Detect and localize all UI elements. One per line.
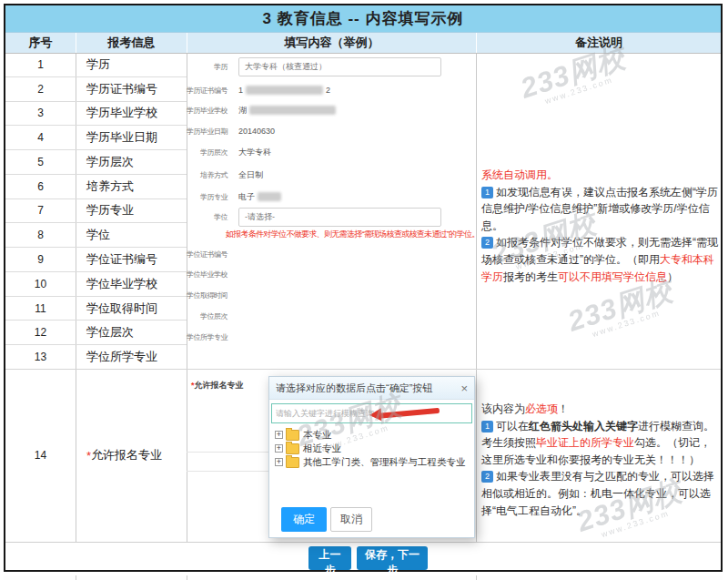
- education-info-page: 3 教育信息 -- 内容填写示例 序号 报考信息 填写内容（举例） 备注说明 1…: [0, 0, 728, 580]
- remark-intro: 系统自动调用。: [481, 167, 720, 184]
- form-field: 培养方式全日制: [187, 165, 476, 185]
- row-number: 2: [5, 77, 76, 101]
- row-label: 学历专业: [76, 199, 187, 223]
- footer-actions: 上一步 保存，下一步: [5, 543, 721, 570]
- row-label-text: 学位层次: [86, 324, 134, 341]
- table-row: 5学历层次: [5, 150, 187, 175]
- field-value: 湖: [238, 105, 339, 117]
- row-label-text: 学位毕业学校: [86, 276, 157, 292]
- row-number: 4: [5, 126, 76, 149]
- tree-item-label: 本专业: [303, 429, 332, 442]
- row-label: 学历证书编号: [76, 77, 187, 101]
- remark-text: 报考的考生: [503, 270, 558, 283]
- row-label-text: 学历毕业日期: [86, 129, 157, 146]
- table-row: 9学位证书编号: [5, 248, 187, 272]
- table-row: 12学位层次: [5, 321, 187, 345]
- row-number: 5: [5, 150, 76, 174]
- tree-item[interactable]: +相近专业: [275, 442, 466, 455]
- folder-icon: [286, 457, 299, 468]
- remark-text: ）: [667, 270, 678, 283]
- value-prefix: 1: [238, 86, 243, 95]
- remark-text: 可以在: [496, 420, 529, 432]
- previous-step-button[interactable]: 上一步: [308, 546, 351, 570]
- row-number: 3: [5, 102, 76, 126]
- remark-text: 毕业证上的所学专业: [536, 436, 634, 449]
- row-label-text: 学位所学专业: [86, 349, 157, 365]
- row-label-text: 学位证书编号: [86, 251, 157, 268]
- form-field: 学历毕业日期20140630: [187, 121, 476, 141]
- form-field: 学位取得时间: [187, 285, 476, 305]
- table-row-14: 14 *允许报名专业: [5, 369, 187, 542]
- table-row: 4学历毕业日期: [5, 126, 187, 150]
- save-next-button[interactable]: 保存，下一步: [357, 546, 428, 570]
- form-field: 学位毕业学校: [187, 264, 476, 284]
- remark-item: 2如果专业表里没有与之匹配的专业，可以选择相似或相近的。例如：机电一体化专业，可…: [481, 468, 720, 519]
- row-number: 11: [5, 297, 76, 321]
- field-label: 学位毕业学校: [187, 270, 228, 280]
- confirm-button[interactable]: 确定: [281, 507, 327, 532]
- cancel-button[interactable]: 取消: [330, 507, 372, 532]
- number-badge: 1: [481, 421, 493, 432]
- row-label: 培养方式: [76, 175, 187, 198]
- remark-rows-1-13: 系统自动调用。1如发现信息有误，建议点击报名系统左侧“学历信息维护/学位信息维护…: [481, 167, 720, 285]
- masked-value: [258, 192, 281, 201]
- remark-row-14: 该内容为必选项！1可以在红色箭头处输入关键字进行模糊查询。考生须按照毕业证上的所…: [481, 401, 720, 519]
- row-label: 学位层次: [76, 321, 187, 344]
- column-header-field: 报考信息: [76, 33, 187, 53]
- row-label-text: 学历毕业学校: [86, 105, 157, 121]
- row-number: 1: [5, 53, 76, 76]
- tree-item[interactable]: +本专业: [275, 428, 466, 442]
- tree-item[interactable]: +其他工学门类、管理科学与工程类专业: [275, 455, 466, 469]
- education-input[interactable]: 大学专科（核查通过）: [238, 57, 441, 76]
- row-label: *允许报名专业: [76, 369, 187, 542]
- table-row: 7学历专业: [5, 199, 187, 224]
- field-value: 12: [238, 86, 330, 96]
- field-label: 学历毕业日期: [187, 127, 228, 137]
- form-field: 学位证书编号: [187, 244, 476, 264]
- remark-text: 系统自动调用。: [481, 168, 558, 181]
- value-suffix: 2: [326, 86, 330, 95]
- degree-select[interactable]: -请选择-: [238, 208, 441, 227]
- tree-item-label: 其他工学门类、管理科学与工程类专业: [303, 456, 466, 469]
- expand-icon[interactable]: +: [275, 431, 283, 439]
- row-number: 8: [5, 223, 76, 247]
- remark-text: 该内容为: [481, 402, 525, 415]
- field-label: 学位层次: [187, 311, 228, 321]
- dialog-header: 请选择对应的数据后点击“确定”按钮 ×: [269, 377, 474, 400]
- form-field: 学位所学专业: [187, 327, 476, 347]
- form-field: 学位-请选择-: [187, 207, 476, 227]
- number-badge: 2: [481, 471, 493, 483]
- table-row: 10学位毕业学校: [5, 272, 187, 297]
- row-number: 14: [5, 369, 76, 542]
- remark-text: 红色箭头处输入关键字: [529, 420, 638, 432]
- masked-value: [246, 86, 323, 95]
- row-label: 学历毕业学校: [76, 102, 187, 126]
- field-value: 全日制: [238, 169, 263, 181]
- expand-icon[interactable]: +: [275, 458, 283, 466]
- remark-text: 如果专业表里没有与之匹配的专业，可以选择相似或相近的。例如：机电一体化专业，可以…: [481, 470, 714, 516]
- arrow-tail: [379, 408, 440, 419]
- field-label-text: 允许报名专业: [195, 381, 244, 390]
- expand-icon[interactable]: +: [275, 444, 283, 453]
- row-label: 学位所学专业: [76, 345, 187, 369]
- form-field: 学位层次: [187, 306, 476, 326]
- row-number: 9: [5, 248, 76, 271]
- row-number: 7: [5, 199, 76, 223]
- row-label: 学位: [76, 223, 187, 247]
- close-icon[interactable]: ×: [460, 382, 468, 394]
- folder-icon: [286, 443, 299, 454]
- row-label: 学历层次: [76, 150, 187, 174]
- table-row: 6培养方式: [5, 175, 187, 199]
- row-number: 12: [5, 321, 76, 344]
- column-header-index: 序号: [5, 33, 76, 53]
- field-label: 学历: [187, 62, 228, 72]
- table-row: 2学历证书编号: [5, 77, 187, 102]
- row-label-text: 学历专业: [86, 202, 134, 219]
- table-row: 13学位所学专业: [5, 345, 187, 369]
- next-table-row-partial: [4, 575, 723, 580]
- form-field: 学历毕业学校湖: [187, 100, 476, 120]
- table-row: 11学位取得时间: [5, 297, 187, 321]
- row-number: 6: [5, 175, 76, 198]
- column-header-notes: 备注说明: [476, 33, 721, 53]
- table-rows: 1学历2学历证书编号3学历毕业学校4学历毕业日期5学历层次6培养方式7学历专业8…: [5, 53, 187, 369]
